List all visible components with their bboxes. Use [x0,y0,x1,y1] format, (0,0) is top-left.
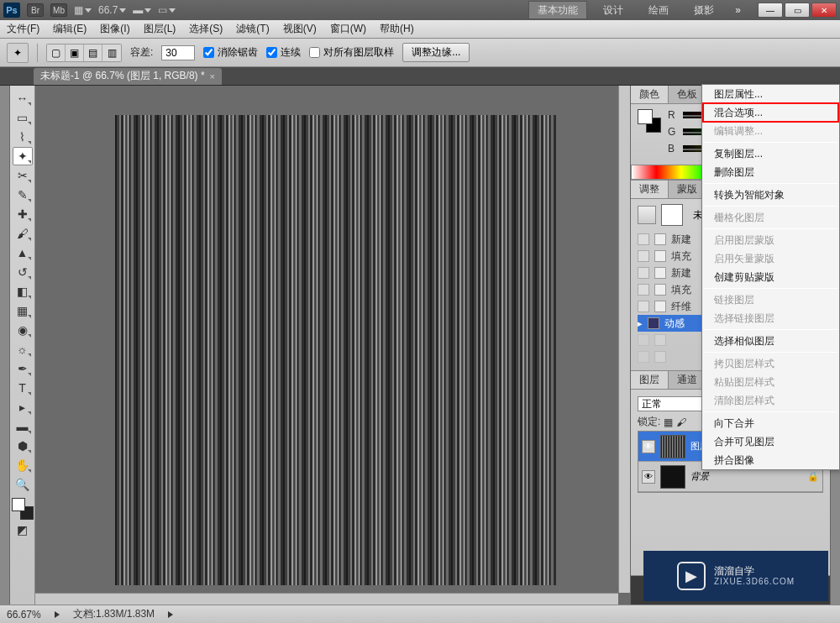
watermark-sub: ZIXUE.3D66.COM [714,577,795,586]
view-extras-dropdown[interactable]: ▦ [74,4,92,16]
pen-tool-icon[interactable]: ✒ [13,359,33,378]
lock-image-icon[interactable]: 🖌 [676,416,686,428]
layer-context-menu: 图层属性...混合选项...编辑调整...复制图层...删除图层转换为智能对象栅… [701,84,840,470]
menu-file[interactable]: 文件(F) [7,22,39,36]
zoom-dropdown[interactable]: 66.7 [98,4,126,16]
context-menu-item[interactable]: 拼合图像 [702,451,839,469]
workspace-design[interactable]: 设计 [594,1,633,19]
history-brush-tool-icon[interactable]: ↺ [13,263,33,281]
current-tool-icon[interactable]: ✦ [7,43,29,63]
document-tab[interactable]: 未标题-1 @ 66.7% (图层 1, RGB/8) * × [34,68,222,85]
hand-tool-icon[interactable]: ✋ [13,456,33,474]
lock-trans-icon[interactable]: ▦ [664,416,673,428]
context-menu-item: 清除图层样式 [702,391,839,410]
menu-help[interactable]: 帮助(H) [380,22,414,36]
move-tool-icon[interactable]: ↔ [13,89,33,107]
minimize-button[interactable]: — [758,3,783,18]
layer-thumbnail[interactable] [660,465,685,489]
status-tri-icon[interactable] [168,611,173,618]
sample-all-checkbox[interactable]: 对所有图层取样 [309,45,394,60]
menu-select[interactable]: 选择(S) [189,22,223,36]
context-menu-item[interactable]: 混合选项... [702,103,839,122]
watermark: ▶ 溜溜自学 ZIXUE.3D66.COM [643,551,828,601]
workspace-painting[interactable]: 绘画 [639,1,678,19]
tolerance-input[interactable] [161,45,195,60]
layer-thumbnail[interactable] [660,435,685,458]
document-canvas[interactable] [115,115,556,585]
document-tab-bar: 未标题-1 @ 66.7% (图层 1, RGB/8) * × [0,67,840,86]
context-menu-item[interactable]: 合并可见图层 [702,432,839,451]
menu-image[interactable]: 图像(I) [100,22,129,36]
refine-edge-button[interactable]: 调整边缘... [402,43,470,62]
color-tab[interactable]: 颜色 [631,86,669,103]
status-doc-size: 1.83M/1.83M [96,608,155,620]
canvas-area[interactable] [35,86,630,605]
fg-bg-swatches[interactable] [12,498,34,520]
menu-view[interactable]: 视图(V) [283,22,317,36]
context-menu-item[interactable]: 转换为智能对象 [702,186,839,204]
blur-tool-icon[interactable]: ◉ [13,321,33,339]
context-menu-item[interactable]: 选择相似图层 [702,332,839,350]
tolerance-label: 容差: [130,45,153,60]
adjustments-tab[interactable]: 调整 [631,181,669,198]
stamp-tool-icon[interactable]: ▲ [13,243,33,262]
selection-subtract-icon[interactable]: ▤ [84,44,102,61]
title-bar: Ps Br Mb ▦ 66.7 ▬ ▭ 基本功能 设计 绘画 摄影 » — ▭ … [0,0,840,20]
more-workspaces-icon[interactable]: » [730,4,746,16]
menu-layer[interactable]: 图层(L) [144,22,176,36]
mask-thumbnail[interactable] [661,204,683,226]
maximize-button[interactable]: ▭ [785,3,810,18]
eraser-tool-icon[interactable]: ◧ [13,282,33,301]
dodge-tool-icon[interactable]: ☼ [13,340,33,359]
bridge-button[interactable]: Br [27,3,44,17]
context-menu-item[interactable]: 删除图层 [702,163,839,181]
menu-edit[interactable]: 编辑(E) [53,22,87,36]
screen-mode-dropdown[interactable]: ▭ [158,4,176,16]
context-menu-item[interactable]: 创建剪贴蒙版 [702,268,839,286]
quick-mask-icon[interactable]: ◩ [13,521,33,539]
close-button[interactable]: ✕ [811,3,837,18]
antialias-checkbox[interactable]: 消除锯齿 [203,45,258,60]
eyedropper-tool-icon[interactable]: ✎ [13,186,33,204]
context-menu-item[interactable]: 图层属性... [702,85,839,103]
brush-tool-icon[interactable]: 🖌 [13,224,33,243]
magic-wand-tool-icon[interactable]: ✦ [13,147,33,165]
workspace-essentials[interactable]: 基本功能 [528,1,587,19]
3d-tool-icon[interactable]: ⬢ [13,437,33,455]
menu-filter[interactable]: 滤镜(T) [236,22,269,36]
selection-add-icon[interactable]: ▣ [66,44,84,61]
shape-tool-icon[interactable]: ▬ [13,417,33,436]
crop-tool-icon[interactable]: ✂ [13,166,33,185]
workspace-photography[interactable]: 摄影 [685,1,723,19]
visibility-toggle-icon[interactable]: 👁 [642,470,655,484]
status-zoom[interactable]: 66.67% [7,609,41,620]
context-menu-item[interactable]: 向下合并 [702,414,839,432]
context-menu-item[interactable]: 复制图层... [702,144,839,163]
type-tool-icon[interactable]: T [13,379,33,397]
color-panel-swatches[interactable] [638,109,661,133]
watermark-logo-icon: ▶ [677,562,706,590]
menu-window[interactable]: 窗口(W) [330,22,366,36]
arrange-dropdown[interactable]: ▬ [133,4,151,16]
contiguous-checkbox[interactable]: 连续 [266,45,301,60]
selection-intersect-icon[interactable]: ▥ [102,44,121,61]
g-label: G [668,126,678,138]
status-tri-icon[interactable] [55,611,60,618]
lasso-tool-icon[interactable]: ⌇ [13,128,33,146]
selection-mode-group: ▢ ▣ ▤ ▥ [46,44,122,62]
path-select-tool-icon[interactable]: ▸ [13,398,33,416]
zoom-tool-icon[interactable]: 🔍 [13,475,33,494]
visibility-toggle-icon[interactable]: 👁 [642,440,655,453]
layers-tab[interactable]: 图层 [631,371,669,389]
horizontal-scrollbar[interactable] [35,593,618,605]
close-tab-icon[interactable]: × [210,71,215,81]
selection-new-icon[interactable]: ▢ [47,44,66,61]
minibridge-button[interactable]: Mb [50,3,67,17]
marquee-tool-icon[interactable]: ▭ [13,108,33,127]
options-bar: ✦ ▢ ▣ ▤ ▥ 容差: 消除锯齿 连续 对所有图层取样 调整边缘... [0,39,840,67]
foreground-color-swatch[interactable] [12,498,25,511]
vertical-scrollbar[interactable] [618,86,630,593]
gradient-tool-icon[interactable]: ▦ [13,301,33,320]
healing-tool-icon[interactable]: ✚ [13,205,33,223]
layer-name[interactable]: 背景 [690,470,709,483]
